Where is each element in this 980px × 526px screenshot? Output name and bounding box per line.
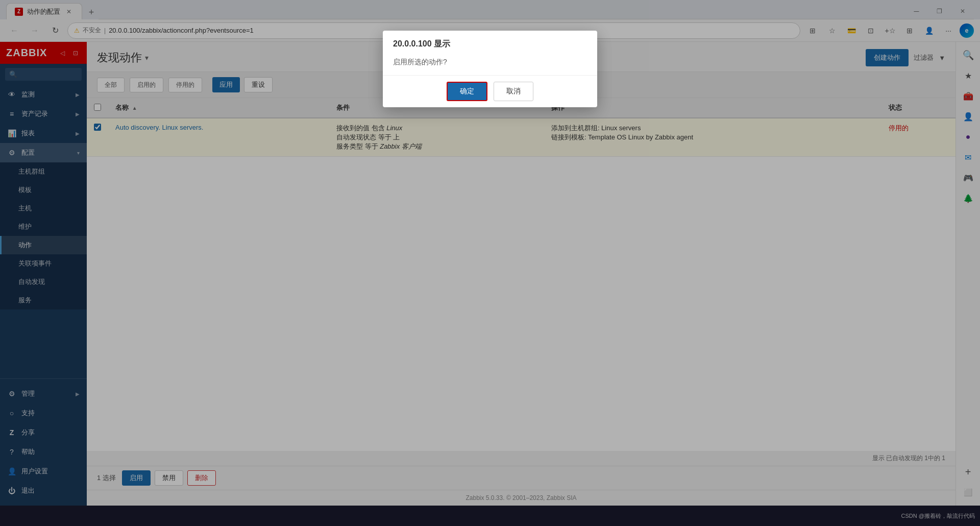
modal-message: 启用所选的动作? [393, 58, 447, 66]
modal-overlay: 20.0.0.100 显示 启用所选的动作? 确定 取消 [0, 0, 980, 526]
modal-header: 20.0.0.100 显示 [383, 31, 597, 54]
modal-confirm-button[interactable]: 确定 [447, 82, 487, 101]
modal-title: 20.0.0.100 显示 [393, 39, 587, 50]
modal-dialog: 20.0.0.100 显示 启用所选的动作? 确定 取消 [383, 31, 597, 107]
modal-footer: 确定 取消 [383, 75, 597, 107]
modal-body: 启用所选的动作? [383, 54, 597, 75]
modal-cancel-button[interactable]: 取消 [494, 82, 533, 101]
